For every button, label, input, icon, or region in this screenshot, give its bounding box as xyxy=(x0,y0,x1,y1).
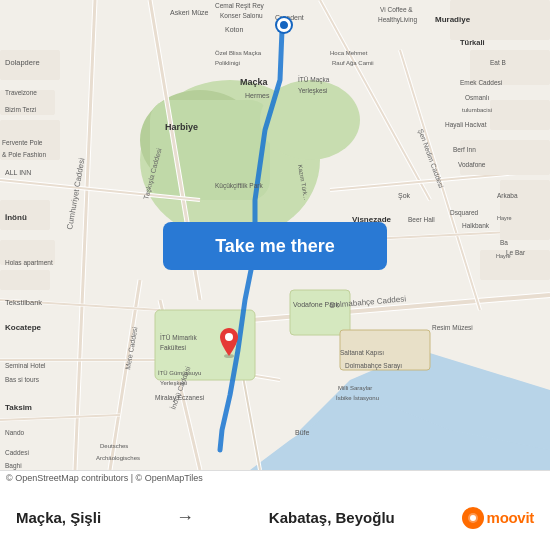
svg-text:Emek Caddesi: Emek Caddesi xyxy=(460,79,502,86)
svg-text:Vi Coffee &: Vi Coffee & xyxy=(380,6,413,13)
svg-text:Hoca Mehmet: Hoca Mehmet xyxy=(330,50,368,56)
svg-text:İTÜ Gümüşsuyu: İTÜ Gümüşsuyu xyxy=(158,370,201,376)
svg-rect-45 xyxy=(0,270,50,290)
svg-text:Şok: Şok xyxy=(398,192,411,200)
svg-text:& Pole Fashion: & Pole Fashion xyxy=(2,151,46,158)
map-area: Cumhuriyet Caddesi Taşkışla Caddesi Mete… xyxy=(0,0,550,470)
app-container: Cumhuriyet Caddesi Taşkışla Caddesi Mete… xyxy=(0,0,550,550)
svg-text:Beer Hall: Beer Hall xyxy=(408,216,435,223)
svg-text:Baghi: Baghi xyxy=(5,462,22,470)
svg-text:Hayre: Hayre xyxy=(497,215,512,221)
svg-text:Taksim: Taksim xyxy=(5,403,32,412)
svg-text:Osmanlı: Osmanlı xyxy=(465,94,489,101)
svg-text:Vodafone: Vodafone xyxy=(458,161,486,168)
svg-text:Türkali: Türkali xyxy=(460,38,485,47)
svg-point-128 xyxy=(470,515,476,521)
svg-text:Dolmabahçe Sarayı: Dolmabahçe Sarayı xyxy=(345,362,402,370)
svg-text:Özel Bliss Maçka: Özel Bliss Maçka xyxy=(215,50,262,56)
svg-text:Bas si tours: Bas si tours xyxy=(5,376,40,383)
svg-text:Hayali Hacivat: Hayali Hacivat xyxy=(445,121,487,129)
svg-text:Saltanat Kapısı: Saltanat Kapısı xyxy=(340,349,384,357)
route-to: Kabataş, Beyoğlu xyxy=(269,509,395,526)
svg-text:Küçükçiftlik Park: Küçükçiftlik Park xyxy=(215,182,263,190)
svg-text:Nando: Nando xyxy=(5,429,25,436)
svg-text:Halkbank: Halkbank xyxy=(462,222,490,229)
svg-text:Seminal Hotel: Seminal Hotel xyxy=(5,362,46,369)
svg-text:Ba: Ba xyxy=(500,239,508,246)
take-me-there-button[interactable]: Take me there xyxy=(163,222,387,270)
attribution: © OpenStreetMap contributors | © OpenMap… xyxy=(0,470,550,485)
origin-pin xyxy=(277,18,291,32)
svg-text:Travelzone: Travelzone xyxy=(5,89,37,96)
svg-text:Harbiye: Harbiye xyxy=(165,122,198,132)
svg-text:Rauf Ağa Camii: Rauf Ağa Camii xyxy=(332,60,374,66)
svg-text:Resim Müzesi: Resim Müzesi xyxy=(432,324,473,331)
svg-text:Yerleşkesi: Yerleşkesi xyxy=(298,87,327,95)
svg-text:Dolapdere: Dolapdere xyxy=(5,58,40,67)
svg-text:HealthyLiving: HealthyLiving xyxy=(378,16,417,24)
svg-text:Vodafone Park: Vodafone Park xyxy=(293,301,339,308)
svg-text:Kocatepe: Kocatepe xyxy=(5,323,42,332)
svg-rect-48 xyxy=(490,100,550,130)
svg-text:Yerleşkesi: Yerleşkesi xyxy=(160,380,187,386)
svg-text:İnönü: İnönü xyxy=(5,213,27,222)
svg-text:Eat B: Eat B xyxy=(490,59,506,66)
svg-text:Arkaba: Arkaba xyxy=(497,192,518,199)
svg-text:Tekstilbank: Tekstilbank xyxy=(5,298,42,307)
destination-pin xyxy=(218,328,240,362)
svg-text:Bizim Terzi: Bizim Terzi xyxy=(5,106,36,113)
svg-text:Büfe: Büfe xyxy=(295,429,310,436)
svg-text:Askeri Müze: Askeri Müze xyxy=(170,9,209,16)
moovit-logo-text: moovit xyxy=(487,509,534,526)
route-arrow: → xyxy=(176,507,194,528)
svg-text:Fakültesi: Fakültesi xyxy=(160,344,186,351)
svg-text:Poliklinigi: Poliklinigi xyxy=(215,60,240,66)
route-from: Maçka, Şişli xyxy=(16,509,101,526)
moovit-icon xyxy=(462,507,484,529)
svg-text:İTÜ Mimarlık: İTÜ Mimarlık xyxy=(160,333,198,341)
svg-text:Muradiye: Muradiye xyxy=(435,15,471,24)
svg-text:tulumbacisi: tulumbacisi xyxy=(462,107,492,113)
svg-text:Holas apartment: Holas apartment xyxy=(5,259,53,267)
svg-point-126 xyxy=(225,333,233,341)
svg-text:Dsquared: Dsquared xyxy=(450,209,479,217)
svg-text:Deutsches: Deutsches xyxy=(100,443,128,449)
svg-text:İsbike İstasyonu: İsbike İstasyonu xyxy=(336,395,379,401)
svg-text:İTÜ Maçka: İTÜ Maçka xyxy=(298,75,330,84)
svg-text:ALL INN: ALL INN xyxy=(5,169,31,176)
svg-text:Caddesi: Caddesi xyxy=(5,449,29,456)
svg-text:Hermes: Hermes xyxy=(245,92,270,99)
svg-text:Hayre: Hayre xyxy=(496,253,511,259)
svg-text:Koton: Koton xyxy=(225,26,243,33)
svg-text:Archäologisches: Archäologisches xyxy=(96,455,140,461)
svg-text:Miralay Eczanesi: Miralay Eczanesi xyxy=(155,394,204,402)
bottom-bar: © OpenStreetMap contributors | © OpenMap… xyxy=(0,470,550,550)
svg-text:Milli Saraylar: Milli Saraylar xyxy=(338,385,372,391)
svg-text:Maçka: Maçka xyxy=(240,77,269,87)
svg-text:Berf Inn: Berf Inn xyxy=(453,146,476,153)
route-row: Maçka, Şişli → Kabataş, Beyoğlu moovit xyxy=(0,485,550,550)
svg-text:Cemal Reşit Rey: Cemal Reşit Rey xyxy=(215,2,265,10)
svg-rect-50 xyxy=(500,180,550,240)
svg-text:Fervente Pole: Fervente Pole xyxy=(2,139,43,146)
svg-rect-38 xyxy=(290,290,350,335)
moovit-logo: moovit xyxy=(462,507,534,529)
svg-text:Konser Salonu: Konser Salonu xyxy=(220,12,263,19)
